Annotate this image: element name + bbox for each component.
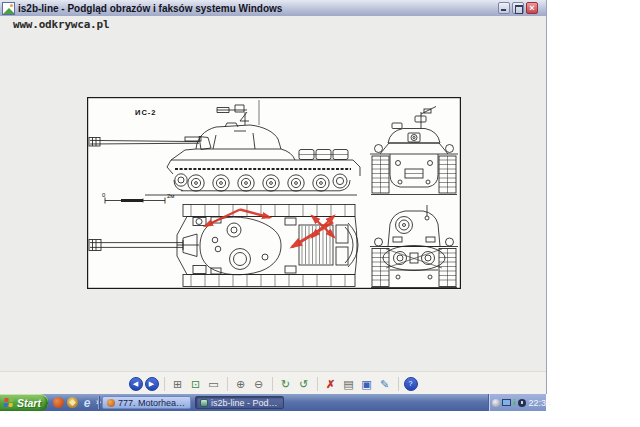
task-label: 777. Motorhead - Sh... bbox=[118, 398, 186, 408]
music-player-icon bbox=[107, 399, 115, 407]
zoom-in-button[interactable]: ⊕ bbox=[233, 376, 249, 392]
toolbar-separator bbox=[398, 377, 399, 391]
taskbar-clock[interactable]: 22:34 bbox=[529, 398, 552, 408]
watermark-text: www.odkrywca.pl bbox=[13, 18, 109, 31]
picture-viewer-app-icon bbox=[2, 2, 15, 15]
toolbar-separator bbox=[164, 377, 165, 391]
volume-icon[interactable] bbox=[492, 399, 500, 407]
rotate-clockwise-button[interactable]: ↻ bbox=[278, 376, 294, 392]
toolbar-separator bbox=[227, 377, 228, 391]
scale-end-label: 2м bbox=[167, 193, 174, 199]
edit-button[interactable]: ✎ bbox=[377, 376, 393, 392]
taskbar: Start e » 777. Motorhead - Sh... is2b-li… bbox=[0, 394, 546, 411]
task-label: is2b-line - Podgląd ob... bbox=[211, 398, 279, 408]
tank-blueprint: ИС-2 bbox=[87, 97, 461, 289]
save-button[interactable]: ▣ bbox=[359, 376, 375, 392]
system-tray: i 22:34 bbox=[488, 394, 546, 411]
viewer-toolbar: ◀ ▶ ⊞ ⊡ ▭ ⊕ ⊖ ↻ ↺ ✗ ▤ ▣ ✎ ? bbox=[0, 371, 546, 395]
desktop-screenshot: is2b-line - Podgląd obrazów i faksów sys… bbox=[0, 0, 640, 427]
rotate-counterclockwise-button[interactable]: ↺ bbox=[296, 376, 312, 392]
quick-launch: e » bbox=[50, 394, 104, 411]
start-label: Start bbox=[17, 397, 41, 409]
actual-size-button[interactable]: ⊡ bbox=[188, 376, 204, 392]
toolbar-separator bbox=[317, 377, 318, 391]
viewer-window: is2b-line - Podgląd obrazów i faksów sys… bbox=[0, 0, 547, 394]
zoom-out-button[interactable]: ⊖ bbox=[251, 376, 267, 392]
help-button[interactable]: ? bbox=[404, 377, 418, 391]
minimize-button[interactable] bbox=[498, 2, 510, 14]
status-icon[interactable]: i bbox=[513, 394, 516, 411]
maximize-button[interactable] bbox=[512, 2, 524, 14]
previous-image-button[interactable]: ◀ bbox=[129, 377, 143, 391]
internet-explorer-icon[interactable]: e bbox=[81, 397, 93, 409]
picture-viewer-task-icon bbox=[200, 399, 208, 407]
task-buttons: 777. Motorhead - Sh... is2b-line - Podgl… bbox=[102, 396, 284, 409]
next-image-button[interactable]: ▶ bbox=[145, 377, 159, 391]
winamp-icon[interactable] bbox=[53, 397, 64, 408]
viewed-image: www.odkrywca.pl ИС-2 bbox=[0, 16, 546, 371]
windows-flag-icon bbox=[3, 398, 14, 408]
clock-icon[interactable] bbox=[518, 399, 526, 407]
drawing-title: ИС-2 bbox=[135, 108, 156, 117]
window-title: is2b-line - Podgląd obrazów i faksów sys… bbox=[18, 3, 498, 14]
task-button-picture-viewer[interactable]: is2b-line - Podgląd ob... bbox=[195, 396, 284, 409]
slideshow-button[interactable]: ▭ bbox=[206, 376, 222, 392]
titlebar[interactable]: is2b-line - Podgląd obrazów i faksów sys… bbox=[0, 0, 546, 17]
taskbar-divider bbox=[98, 396, 99, 409]
blueprint-frame bbox=[88, 98, 461, 289]
task-button-music-player[interactable]: 777. Motorhead - Sh... bbox=[102, 396, 191, 409]
print-button[interactable]: ▤ bbox=[341, 376, 357, 392]
best-fit-button[interactable]: ⊞ bbox=[170, 376, 186, 392]
start-button[interactable]: Start bbox=[0, 394, 48, 411]
toolbar-separator bbox=[272, 377, 273, 391]
delete-button[interactable]: ✗ bbox=[323, 376, 339, 392]
gold-badge-icon[interactable] bbox=[67, 397, 78, 408]
window-controls: × bbox=[498, 2, 538, 14]
network-icon[interactable] bbox=[502, 399, 511, 406]
close-button[interactable]: × bbox=[526, 2, 538, 14]
